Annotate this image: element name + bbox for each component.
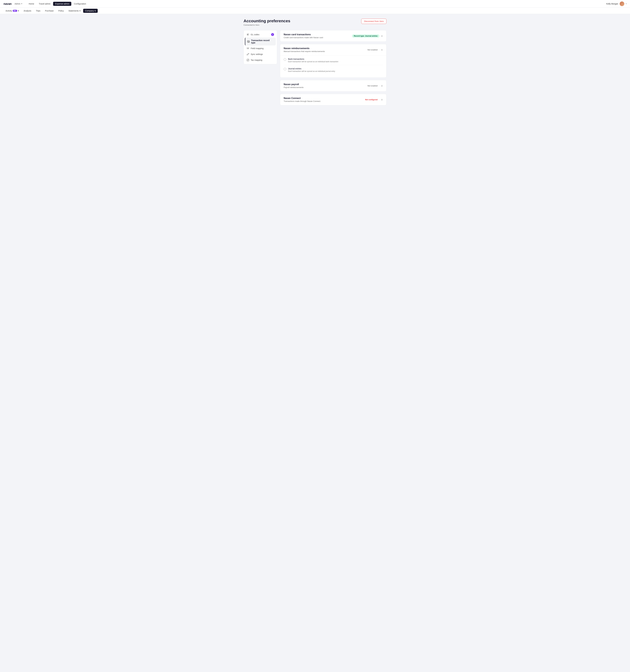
content-area: Navan card transactions Credit card tran…	[280, 30, 387, 105]
radio-bank-transactions-desc: Each transaction will be synced as an in…	[288, 61, 338, 63]
sub-nav-purchase-label: Purchase	[45, 9, 54, 12]
navan-payroll-card: Navan payroll Payroll reimbursements Not…	[280, 80, 387, 92]
navan-payroll-controls: Not enabled ∨	[366, 84, 383, 88]
page-subtitle: Connected to Xero	[243, 24, 290, 26]
sidebar-item-sync-settings[interactable]: Sync settings	[245, 51, 276, 57]
sidebar-gl-codes-label: GL codes	[251, 33, 259, 36]
tax-mapping-icon	[247, 59, 249, 62]
radio-bank-transactions-content: Bank transactions Each transaction will …	[288, 58, 338, 63]
sub-nav-trips-label: Trips	[36, 9, 40, 12]
radio-journal-entries[interactable]: Journal entries Each transaction will be…	[284, 65, 383, 75]
radio-bank-transactions-label: Bank transactions	[288, 58, 338, 60]
top-nav: navan Admin ▾ Home Travel admin Expense …	[0, 0, 630, 7]
navan-card-transactions-subtitle: Credit card transactions made with Navan…	[284, 37, 323, 39]
sub-nav-analysis[interactable]: Analysis	[22, 9, 33, 13]
navan-reimbursements-header[interactable]: Navan reimbursements Manual transactions…	[280, 44, 386, 55]
top-nav-left: navan Admin ▾ Home Travel admin Expense …	[3, 2, 88, 6]
sub-nav-analysis-label: Analysis	[24, 9, 31, 12]
sub-nav-statements[interactable]: Statements ▾	[66, 9, 83, 13]
navan-card-transactions-chevron[interactable]: ∨	[381, 34, 383, 37]
navan-reimbursements-status: Not enabled	[366, 48, 379, 51]
radio-journal-entries-label: Journal entries	[288, 68, 335, 70]
navan-connect-header[interactable]: Navan Connect Transactions made through …	[280, 94, 386, 105]
disconnect-button[interactable]: Disconnect from Xero	[361, 19, 387, 24]
top-nav-right: Kelly Morgan ▾	[606, 1, 627, 6]
navan-reimbursements-controls: Not enabled ∧	[366, 48, 383, 51]
sidebar: GL codes 1 Transaction record type	[243, 30, 277, 64]
sub-nav-company[interactable]: Company ▾	[83, 9, 98, 13]
company-caret-icon: ▾	[95, 9, 96, 12]
user-avatar[interactable]	[620, 1, 624, 6]
sidebar-transaction-record-type-label: Transaction record type	[251, 39, 274, 44]
navan-reimbursements-body: Bank transactions Each transaction will …	[280, 55, 386, 77]
radio-bank-transactions-input[interactable]	[284, 58, 286, 61]
navan-payroll-info: Navan payroll Payroll reimbursements	[284, 83, 304, 89]
navan-connect-chevron[interactable]: ∨	[381, 98, 383, 101]
svg-text:navan: navan	[3, 2, 11, 5]
sub-nav-policy-label: Policy	[58, 9, 64, 12]
radio-bank-transactions[interactable]: Bank transactions Each transaction will …	[284, 55, 383, 65]
sub-nav-policy[interactable]: Policy	[56, 9, 66, 13]
sidebar-item-gl-codes[interactable]: GL codes 1	[245, 31, 276, 38]
sub-nav-trips[interactable]: Trips	[34, 9, 42, 13]
navan-connect-info: Navan Connect Transactions made through …	[284, 97, 321, 102]
nav-link-travel-admin[interactable]: Travel admin	[37, 2, 52, 6]
main-layout: GL codes 1 Transaction record type	[243, 30, 387, 105]
navan-card-transactions-controls: Record type: Journal entries ∨	[352, 34, 383, 38]
logo-admin-text: Admin	[15, 3, 20, 5]
nav-links: Home Travel admin Expense admin Configur…	[27, 2, 88, 6]
page-content: Accounting preferences Connected to Xero…	[238, 14, 392, 110]
navan-connect-controls: Not configured ∨	[364, 98, 383, 101]
sub-nav-activity[interactable]: Activity 99+ ▾	[3, 9, 21, 13]
sidebar-tax-mapping-label: Tax mapping	[251, 59, 262, 61]
nav-link-home[interactable]: Home	[27, 2, 36, 6]
gl-codes-badge: 1	[271, 33, 274, 36]
svg-rect-2	[247, 34, 248, 35]
activity-badge: 99+	[13, 10, 17, 12]
sub-nav-company-label: Company	[85, 9, 94, 12]
svg-rect-3	[247, 35, 249, 35]
sub-nav-purchase[interactable]: Purchase	[43, 9, 56, 13]
logo[interactable]: navan Admin ▾	[3, 2, 22, 5]
navan-payroll-status: Not enabled	[366, 84, 379, 88]
navan-payroll-title: Navan payroll	[284, 83, 304, 86]
sub-nav-statements-label: Statements	[68, 9, 79, 12]
transaction-record-type-icon	[247, 40, 250, 43]
navan-card-transactions-header[interactable]: Navan card transactions Credit card tran…	[280, 30, 386, 42]
navan-reimbursements-card: Navan reimbursements Manual transactions…	[280, 44, 387, 78]
svg-rect-1	[247, 34, 249, 34]
page-title: Accounting preferences	[243, 19, 290, 23]
page-header-left: Accounting preferences Connected to Xero	[243, 19, 290, 26]
user-caret-icon[interactable]: ▾	[626, 3, 627, 4]
navan-card-transactions-status: Record type: Journal entries	[352, 34, 379, 38]
navan-card-transactions-info: Navan card transactions Credit card tran…	[284, 33, 323, 39]
sync-settings-icon	[247, 53, 249, 55]
navan-reimbursements-subtitle: Manual transactions that require reimbur…	[284, 50, 325, 52]
navan-card-transactions-card: Navan card transactions Credit card tran…	[280, 30, 387, 42]
navan-reimbursements-info: Navan reimbursements Manual transactions…	[284, 47, 325, 52]
navan-reimbursements-title: Navan reimbursements	[284, 47, 325, 50]
logo-caret-icon: ▾	[21, 3, 22, 4]
nav-link-expense-admin[interactable]: Expense admin	[53, 2, 71, 6]
sidebar-item-tax-mapping[interactable]: Tax mapping	[245, 57, 276, 63]
user-name: Kelly Morgan	[606, 3, 618, 5]
page-header: Accounting preferences Connected to Xero…	[243, 19, 387, 26]
radio-journal-entries-desc: Each transaction will be synced as an in…	[288, 70, 335, 72]
sub-nav: Activity 99+ ▾ Analysis Trips Purchase P…	[0, 7, 630, 14]
sidebar-item-transaction-record-type[interactable]: Transaction record type	[245, 38, 276, 46]
navan-payroll-chevron[interactable]: ∨	[381, 85, 383, 87]
field-mapping-icon	[247, 47, 249, 50]
navan-connect-card: Navan Connect Transactions made through …	[280, 94, 387, 105]
svg-point-6	[248, 54, 248, 54]
sidebar-item-field-mapping[interactable]: Field mapping	[245, 46, 276, 51]
statements-caret-icon: ▾	[79, 9, 80, 12]
navan-payroll-header[interactable]: Navan payroll Payroll reimbursements Not…	[280, 80, 386, 91]
radio-journal-entries-input[interactable]	[284, 68, 286, 70]
radio-journal-entries-content: Journal entries Each transaction will be…	[288, 68, 335, 72]
sidebar-field-mapping-label: Field mapping	[251, 47, 263, 50]
navan-payroll-subtitle: Payroll reimbursements	[284, 86, 304, 89]
navan-reimbursements-chevron[interactable]: ∧	[381, 48, 383, 51]
navan-connect-title: Navan Connect	[284, 97, 321, 99]
sub-nav-activity-label: Activity	[5, 9, 12, 12]
nav-link-configuration[interactable]: Configuration	[72, 2, 88, 6]
